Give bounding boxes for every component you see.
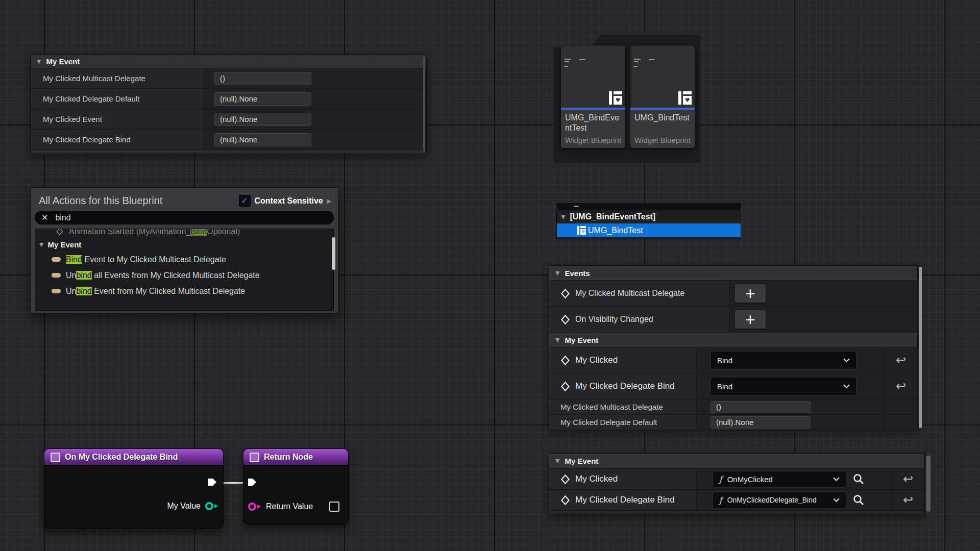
event-diamond-icon xyxy=(560,315,570,324)
property-row: My Clicked Delegate Default (null).None xyxy=(31,89,426,109)
event-label: My Clicked Multicast Delegate xyxy=(575,289,684,298)
event-label: On Visibility Changed xyxy=(575,315,653,324)
category-header-events[interactable]: ▼ Events xyxy=(549,266,917,281)
category-title: My Event xyxy=(565,457,598,465)
widget-blueprint-icon: ♥ xyxy=(678,91,692,105)
property-value-field[interactable]: (null).None xyxy=(214,92,311,106)
actions-section-header[interactable]: ▼ My Event xyxy=(35,238,333,252)
property-row: My Clicked Multicast Delegate () xyxy=(31,68,426,89)
node-title: On My Clicked Delegate Bind xyxy=(65,453,178,462)
reset-to-default-icon[interactable]: ↩ xyxy=(903,473,913,485)
asset-thumbnail: ♥ xyxy=(561,45,625,108)
event-diamond-icon xyxy=(560,382,570,391)
property-value-field[interactable]: () xyxy=(214,72,311,85)
property-value-field[interactable]: (null).None xyxy=(214,133,311,146)
collapse-triangle-icon[interactable]: ▼ xyxy=(555,270,559,276)
panel-remnant-row xyxy=(31,150,426,154)
delegate-input-pin[interactable] xyxy=(248,502,262,511)
action-item[interactable]: Unbind Event from My Clicked Multicast D… xyxy=(35,283,333,299)
property-label: My Clicked xyxy=(575,474,618,484)
scrollbar-thumb[interactable] xyxy=(919,267,922,428)
exec-output-pin[interactable] xyxy=(207,477,218,488)
details-panel-right: ▼ Events My Clicked Multicast Delegate +… xyxy=(549,265,918,429)
exec-input-pin[interactable] xyxy=(247,477,258,488)
bind-combo-row: My Clicked Bind ↩ xyxy=(549,347,917,373)
event-diamond-icon xyxy=(560,474,570,484)
category-header-my-event[interactable]: ▼ My Event xyxy=(549,454,924,469)
collapse-triangle-icon[interactable]: ▼ xyxy=(37,59,41,64)
add-event-button[interactable]: + xyxy=(734,284,766,303)
asset-type: Widget Blueprint xyxy=(565,136,621,144)
bind-dropdown[interactable]: Bind xyxy=(710,351,856,369)
chevron-down-icon xyxy=(833,498,840,503)
asset-card-umg-bindeventtest[interactable]: ♥ UMG_BindEventTest Widget Blueprint xyxy=(560,45,626,148)
all-actions-popup: All Actions for this Blueprint ✓ Context… xyxy=(30,187,338,313)
add-event-button[interactable]: + xyxy=(734,310,766,329)
details-panel-top-left: ▼ My Event My Clicked Multicast Delegate… xyxy=(30,54,427,154)
property-label: My Clicked xyxy=(575,355,618,365)
event-diamond-icon xyxy=(560,356,570,365)
collapse-triangle-icon[interactable]: ▼ xyxy=(561,214,565,220)
asset-name: UMG_BindTest xyxy=(634,113,691,123)
delegate-output-pin[interactable] xyxy=(205,502,219,511)
scrollbar-thumb[interactable] xyxy=(423,57,425,152)
action-item[interactable]: Unbind all Events from My Clicked Multic… xyxy=(35,267,333,283)
reset-to-default-icon[interactable]: ↩ xyxy=(903,494,913,506)
property-label: My Clicked Event xyxy=(31,115,204,123)
clear-search-icon[interactable]: ✕ xyxy=(41,214,48,222)
category-header-my-event[interactable]: ▼ My Event xyxy=(31,55,426,68)
function-dropdown[interactable]: ƒ OnMyClicked xyxy=(713,471,846,488)
browse-to-function-icon[interactable] xyxy=(852,473,865,485)
action-item-clipped[interactable]: Animation Started (MyAnimation_BindOptio… xyxy=(35,229,333,238)
property-label: My Clicked Multicast Delegate xyxy=(549,403,696,411)
property-row: My Clicked Multicast Delegate () xyxy=(549,399,917,415)
blueprint-editor-canvas: ▼ My Event My Clicked Multicast Delegate… xyxy=(0,0,980,551)
content-browser-panel: ♥ UMG_BindEventTest Widget Blueprint ♥ xyxy=(554,35,700,163)
action-item[interactable]: Bind Event to My Clicked Multicast Deleg… xyxy=(35,252,333,267)
details-panel-bottom-right: ▼ My Event My Clicked ƒ OnMyClicked ↩ My xyxy=(549,453,925,514)
reset-to-default-icon[interactable]: ↩ xyxy=(896,380,906,392)
event-diamond-icon xyxy=(560,495,570,505)
node-return-node[interactable]: Return Node Return Value xyxy=(243,448,349,524)
scrollbar-thumb[interactable] xyxy=(926,456,930,512)
asset-card-umg-bindtest[interactable]: ♥ UMG_BindTest Widget Blueprint xyxy=(630,45,695,148)
collapse-triangle-icon: ▼ xyxy=(39,242,43,247)
bool-checkbox[interactable] xyxy=(329,502,339,512)
collapse-triangle-icon[interactable]: ▼ xyxy=(555,458,559,464)
delegate-pill-icon xyxy=(52,257,61,262)
scrollbar-track[interactable] xyxy=(926,453,931,515)
panel-edge-strip xyxy=(556,203,741,210)
category-header-my-event[interactable]: ▼ My Event xyxy=(549,333,917,347)
hierarchy-root-row[interactable]: ▼ [UMG_BindEventTest] xyxy=(557,210,741,223)
asset-type: Widget Blueprint xyxy=(634,136,691,144)
context-sensitive-checkbox[interactable]: ✓ xyxy=(239,195,251,207)
asset-name: UMG_BindEventTest xyxy=(565,113,621,133)
delegate-pill-icon xyxy=(52,273,61,278)
hierarchy-root-label: [UMG_BindEventTest] xyxy=(570,212,655,221)
property-label: My Clicked Multicast Delegate xyxy=(31,74,204,83)
function-bind-row: My Clicked Delegate Bind ƒ OnMyClickedDe… xyxy=(549,490,924,511)
asset-thumbnail: ♥ xyxy=(630,45,695,108)
expander-arrow-icon[interactable]: ▶ xyxy=(327,197,332,205)
category-title: My Event xyxy=(46,57,80,66)
browse-to-function-icon[interactable] xyxy=(852,494,865,506)
scrollbar-thumb[interactable] xyxy=(332,237,335,270)
property-label: My Clicked Delegate Bind xyxy=(575,381,675,391)
node-on-my-clicked-delegate-bind[interactable]: On My Clicked Delegate Bind My Value xyxy=(44,448,224,529)
context-sensitive-label: Context Sensitive xyxy=(255,196,323,206)
property-value-field[interactable]: (null).None xyxy=(710,416,811,429)
search-input[interactable]: ✕ bind xyxy=(35,211,334,224)
function-icon: ƒ xyxy=(719,495,722,505)
hierarchy-selected-row[interactable]: ♥ UMG_BindTest xyxy=(557,223,741,237)
property-value-field[interactable]: (null).None xyxy=(214,113,311,126)
collapse-triangle-icon[interactable]: ▼ xyxy=(555,337,559,343)
bind-dropdown[interactable]: Bind xyxy=(710,377,856,395)
property-value-field[interactable]: () xyxy=(710,401,811,413)
event-row: On Visibility Changed + xyxy=(549,307,917,333)
pin-label: Return Value xyxy=(266,502,313,511)
category-title: My Event xyxy=(565,336,598,344)
output-pin-row: My Value xyxy=(167,502,219,511)
function-dropdown[interactable]: ƒ OnMyClickedDelegate_Bind xyxy=(713,492,846,509)
function-bind-row: My Clicked ƒ OnMyClicked ↩ xyxy=(549,469,924,490)
reset-to-default-icon[interactable]: ↩ xyxy=(896,354,906,366)
